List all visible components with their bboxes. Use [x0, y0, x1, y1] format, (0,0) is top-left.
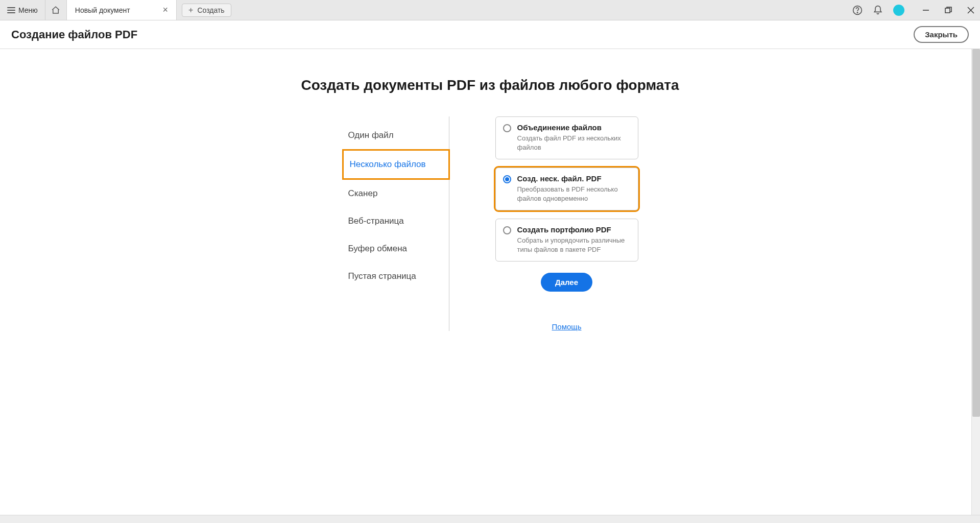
window-maximize[interactable] [944, 6, 952, 14]
option-pdf-portfolio[interactable]: Создать портфолио PDF Собрать и упорядоч… [495, 219, 638, 262]
svg-point-1 [857, 12, 857, 12]
hamburger-icon [7, 7, 15, 13]
content: Создать документы PDF из файлов любого ф… [0, 49, 980, 523]
home-icon [51, 6, 60, 15]
create-label: Создать [197, 6, 224, 14]
window-close[interactable] [967, 6, 975, 14]
home-button[interactable] [45, 0, 67, 20]
window-minimize[interactable] [922, 6, 930, 14]
create-button[interactable]: + Создать [182, 4, 231, 17]
avatar[interactable] [893, 5, 904, 16]
titlebar-right [852, 0, 975, 20]
subheader: Создание файлов PDF Закрыть [0, 20, 980, 49]
document-tab[interactable]: Новый документ × [67, 0, 177, 20]
option-title: Объединение файлов [517, 123, 631, 132]
options-column: Объединение файлов Создать файл PDF из н… [495, 116, 638, 331]
option-body: Объединение файлов Создать файл PDF из н… [517, 123, 631, 152]
help-icon [852, 5, 863, 15]
option-combine-files[interactable]: Объединение файлов Создать файл PDF из н… [495, 116, 638, 159]
bell-icon [873, 5, 883, 15]
radio-icon [503, 124, 511, 132]
main-heading: Создать документы PDF из файлов любого ф… [0, 49, 980, 116]
maximize-icon [945, 7, 952, 14]
option-body: Создать портфолио PDF Собрать и упорядоч… [517, 225, 631, 254]
category-clipboard[interactable]: Буфер обмена [342, 235, 449, 263]
scrollbar-thumb[interactable] [972, 49, 980, 417]
layout: Один файл Несколько файлов Сканер Веб-ст… [0, 116, 980, 331]
status-bar [0, 515, 980, 523]
option-create-multiple-pdf[interactable]: Созд. неск. файл. PDF Преобразовать в PD… [495, 168, 638, 210]
option-desc: Собрать и упорядочить различные типы фай… [517, 236, 631, 254]
category-scanner[interactable]: Сканер [342, 180, 449, 207]
help-link[interactable]: Помощь [552, 322, 582, 331]
tab-close-button[interactable]: × [161, 5, 171, 15]
plus-icon: + [188, 6, 193, 14]
option-title: Созд. неск. файл. PDF [517, 174, 631, 183]
radio-icon [503, 175, 511, 183]
tab-title: Новый документ [75, 6, 130, 14]
radio-icon [503, 226, 511, 234]
category-single-file[interactable]: Один файл [342, 122, 449, 149]
menu-label: Меню [18, 6, 38, 14]
category-webpage[interactable]: Веб-страница [342, 207, 449, 235]
titlebar-left: Меню Новый документ × + Создать [0, 0, 231, 20]
notifications-button[interactable] [873, 5, 883, 15]
close-button[interactable]: Закрыть [914, 26, 969, 43]
option-body: Созд. неск. файл. PDF Преобразовать в PD… [517, 174, 631, 203]
category-blank-page[interactable]: Пустая страница [342, 263, 449, 290]
svg-rect-3 [945, 8, 950, 13]
minimize-icon [922, 7, 929, 14]
help-button[interactable] [852, 5, 863, 15]
window-controls [922, 6, 975, 14]
page-title: Создание файлов PDF [11, 28, 137, 41]
close-icon [967, 7, 974, 14]
menu-button[interactable]: Меню [0, 0, 45, 20]
next-button[interactable]: Далее [541, 273, 592, 292]
option-desc: Преобразовать в PDF несколько файлов одн… [517, 185, 631, 203]
option-desc: Создать файл PDF из нескольких файлов [517, 134, 631, 152]
category-list: Один файл Несколько файлов Сканер Веб-ст… [342, 116, 449, 331]
category-multiple-files[interactable]: Несколько файлов [342, 149, 450, 180]
titlebar: Меню Новый документ × + Создать [0, 0, 980, 20]
option-title: Создать портфолио PDF [517, 225, 631, 234]
scrollbar[interactable] [971, 49, 980, 523]
